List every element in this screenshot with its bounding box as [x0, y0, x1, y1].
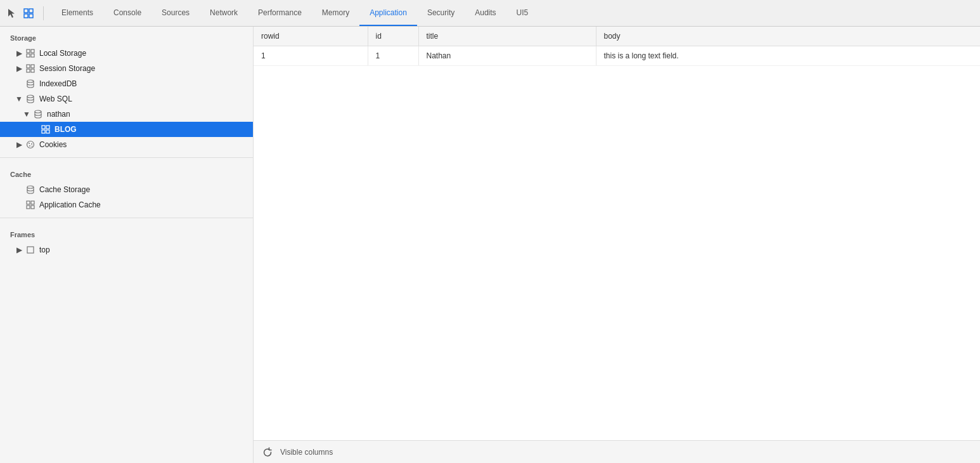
svg-point-12: [27, 80, 34, 82]
svg-rect-10: [27, 69, 30, 72]
svg-rect-29: [27, 247, 34, 253]
svg-point-20: [29, 143, 30, 144]
cell-title: Nathan: [418, 46, 596, 66]
tab-network[interactable]: Network: [200, 0, 248, 26]
svg-rect-3: [29, 14, 33, 18]
cell-rowid: 1: [254, 46, 368, 66]
tab-bar: Elements Console Sources Network Perform…: [51, 0, 538, 26]
svg-rect-28: [31, 205, 34, 209]
chevron-right-icon: ▶: [15, 246, 23, 254]
db-icon: [25, 79, 35, 89]
frames-section-label: Frames: [0, 223, 253, 242]
svg-rect-7: [31, 54, 34, 57]
svg-point-24: [27, 186, 34, 188]
svg-rect-25: [27, 201, 30, 204]
toolbar-icons: [5, 6, 44, 20]
table-container[interactable]: rowid id title body 11Nathanthis is a lo…: [254, 27, 980, 440]
column-header-id[interactable]: id: [368, 27, 418, 46]
db-icon: [25, 185, 35, 195]
sidebar-item-local-storage[interactable]: ▶ Local Storage: [0, 46, 253, 61]
devtools-toolbar: Elements Console Sources Network Perform…: [0, 0, 980, 27]
column-header-rowid[interactable]: rowid: [254, 27, 368, 46]
chevron-right-icon: ▶: [15, 141, 23, 148]
tab-security[interactable]: Security: [417, 0, 465, 26]
sidebar-divider-2: [0, 218, 253, 218]
svg-rect-4: [27, 49, 30, 53]
inspect-icon[interactable]: [22, 6, 35, 20]
chevron-right-icon: ▶: [15, 49, 23, 57]
tab-sources[interactable]: Sources: [152, 0, 200, 26]
application-cache-label: Application Cache: [39, 200, 101, 209]
sidebar-item-top[interactable]: ▶ top: [0, 242, 253, 258]
svg-point-14: [35, 110, 41, 113]
tab-audits[interactable]: Audits: [465, 0, 506, 26]
svg-rect-18: [46, 130, 49, 133]
sidebar-item-nathan[interactable]: ▼ nathan: [0, 107, 253, 122]
svg-rect-26: [31, 201, 34, 204]
sidebar-divider-1: [0, 157, 253, 158]
grid-icon: [25, 48, 35, 58]
chevron-down-icon: ▼: [23, 110, 30, 118]
table-icon: [41, 124, 51, 134]
sidebar-item-indexeddb[interactable]: ▶ IndexedDB: [0, 76, 253, 91]
svg-point-23: [32, 146, 33, 147]
tab-console[interactable]: Console: [103, 0, 152, 26]
sidebar-item-web-sql[interactable]: ▼ Web SQL: [0, 91, 253, 107]
cursor-icon[interactable]: [5, 6, 19, 20]
data-table: rowid id title body 11Nathanthis is a lo…: [254, 27, 980, 66]
svg-rect-6: [27, 54, 30, 57]
sidebar-item-blog[interactable]: ▶ BLOG: [0, 122, 253, 137]
svg-rect-16: [46, 126, 49, 129]
svg-rect-9: [31, 65, 34, 68]
column-header-body[interactable]: body: [596, 27, 980, 46]
svg-rect-17: [42, 130, 45, 133]
cell-body: this is a long text field.: [596, 46, 980, 66]
sidebar: Storage ▶ Local Storage ▶: [0, 27, 254, 463]
svg-rect-0: [24, 9, 28, 13]
grid-icon: [25, 200, 35, 210]
chevron-right-icon: ▶: [15, 65, 23, 72]
main-area: Storage ▶ Local Storage ▶: [0, 27, 980, 463]
svg-point-13: [27, 95, 34, 98]
tab-elements[interactable]: Elements: [51, 0, 103, 26]
cookie-icon: [25, 140, 35, 150]
svg-rect-15: [42, 126, 45, 129]
sidebar-item-cookies[interactable]: ▶ Cookies: [0, 137, 253, 152]
svg-point-21: [31, 143, 32, 145]
table-header-row: rowid id title body: [254, 27, 980, 46]
refresh-button[interactable]: [260, 445, 275, 460]
sidebar-item-cache-storage[interactable]: ▶ Cache Storage: [0, 182, 253, 197]
blog-label: BLOG: [55, 125, 77, 134]
bottom-bar: Visible columns: [254, 440, 980, 463]
table-row[interactable]: 11Nathanthis is a long text field.: [254, 46, 980, 66]
svg-rect-2: [24, 14, 28, 18]
cell-id: 1: [368, 46, 418, 66]
cache-section-label: Cache: [0, 163, 253, 182]
grid-icon: [25, 63, 35, 74]
chevron-down-icon: ▼: [15, 95, 23, 103]
session-storage-label: Session Storage: [39, 64, 95, 73]
svg-point-22: [29, 145, 30, 147]
top-label: top: [39, 245, 50, 254]
web-sql-label: Web SQL: [39, 95, 72, 103]
svg-rect-8: [27, 65, 30, 68]
svg-rect-5: [31, 49, 34, 53]
frame-icon: [25, 245, 35, 255]
cookies-label: Cookies: [39, 140, 67, 149]
db-icon: [25, 94, 35, 104]
tab-application[interactable]: Application: [359, 0, 417, 26]
indexeddb-label: IndexedDB: [39, 79, 77, 88]
storage-section-label: Storage: [0, 27, 253, 46]
db-icon: [33, 109, 43, 119]
tab-performance[interactable]: Performance: [248, 0, 312, 26]
svg-rect-11: [31, 69, 34, 72]
column-header-title[interactable]: title: [418, 27, 596, 46]
sidebar-item-application-cache[interactable]: ▶ Application Cache: [0, 197, 253, 212]
sidebar-item-session-storage[interactable]: ▶ Session Storage: [0, 61, 253, 76]
visible-columns-label: Visible columns: [280, 448, 333, 457]
cache-storage-label: Cache Storage: [39, 185, 90, 194]
tab-ui5[interactable]: UI5: [506, 0, 539, 26]
nathan-label: nathan: [47, 110, 70, 119]
tab-memory[interactable]: Memory: [312, 0, 359, 26]
content-area: rowid id title body 11Nathanthis is a lo…: [254, 27, 980, 463]
